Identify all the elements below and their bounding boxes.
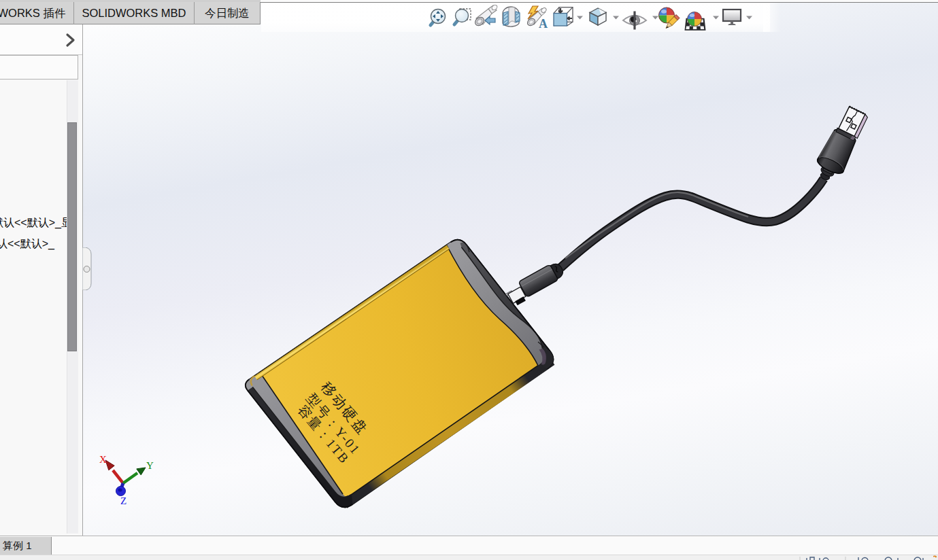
svg-text:X: X — [99, 454, 107, 465]
svg-text:Z: Z — [120, 495, 127, 506]
svg-text:Y: Y — [146, 460, 154, 471]
